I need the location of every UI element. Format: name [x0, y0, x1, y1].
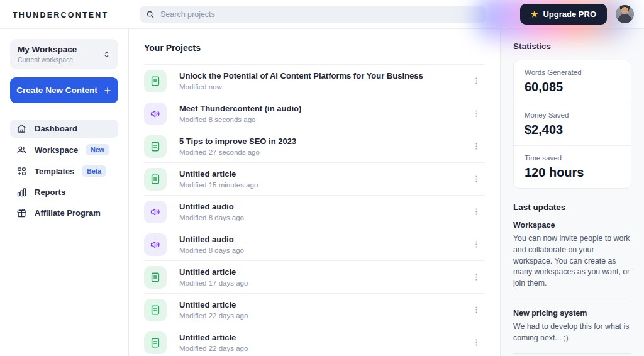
project-menu-button[interactable] — [468, 139, 485, 153]
main-content: Your Projects Unlock the Potential of AI… — [129, 29, 500, 356]
stat-value: 60,085 — [525, 80, 620, 94]
audio-speaker-icon — [150, 108, 161, 120]
upgrade-pro-button[interactable]: ★ Upgrade PRO — [520, 4, 607, 25]
article-document-icon — [150, 337, 161, 348]
project-title: 5 Tips to improve SEO in 2023 — [179, 136, 296, 146]
project-modified: Modified 8 days ago — [179, 247, 244, 254]
project-row[interactable]: Unlock the Potential of AI Content Platf… — [144, 65, 485, 97]
project-modified: Modified now — [179, 83, 423, 91]
project-menu-button[interactable] — [468, 303, 485, 317]
audio-speaker-icon — [150, 239, 161, 250]
topbar: THUNDERCONTENT ★ Upgrade PRO — [0, 0, 644, 29]
project-row[interactable]: Untitled audio Modified 8 days ago — [144, 196, 485, 228]
project-modified: Modified 17 days ago — [179, 279, 248, 287]
project-text: Unlock the Potential of AI Content Platf… — [179, 71, 423, 91]
templates-grid-icon — [16, 166, 27, 177]
updates-list: Workspace You can now invite people to w… — [513, 221, 631, 356]
project-type-icon — [144, 135, 167, 158]
stat-value: 120 hours — [525, 165, 620, 180]
update-body: We had to develop this for what is comin… — [513, 321, 631, 344]
project-modified: Modified 27 seconds ago — [179, 148, 296, 156]
bar-chart-icon — [16, 187, 27, 197]
workspace-selector-title: My Workspace — [18, 45, 77, 54]
project-menu-button[interactable] — [468, 74, 485, 88]
upgrade-pro-label: Upgrade PRO — [543, 9, 596, 19]
project-title: Untitled article — [179, 300, 248, 309]
new-badge: New — [86, 144, 109, 155]
update-title: Workspace — [513, 221, 631, 230]
update-item: New pricing system We had to develop thi… — [513, 309, 631, 354]
project-text: Untitled article Modified 22 days ago — [179, 300, 248, 320]
statistics-card: Words Generated 60,085 Money Saved $2,40… — [513, 60, 631, 189]
project-type-icon — [144, 168, 167, 191]
users-icon — [16, 145, 27, 155]
stat-label: Words Generated — [525, 69, 620, 76]
sidebar-item-affiliate-program[interactable]: Affiliate Program — [10, 204, 118, 222]
plus-icon — [103, 86, 112, 95]
article-document-icon — [150, 272, 161, 283]
project-menu-button[interactable] — [468, 270, 485, 284]
chevron-updown-icon — [103, 50, 111, 58]
gift-icon — [16, 208, 27, 218]
sidebar-nav: Dashboard Workspace New Templates Beta — [10, 120, 118, 222]
project-text: Untitled article Modified 17 days ago — [179, 267, 248, 287]
project-row[interactable]: Untitled article Modified 22 days ago — [144, 326, 485, 356]
project-row[interactable]: Untitled article Modified 15 minutes ago — [144, 163, 485, 196]
project-row[interactable]: 5 Tips to improve SEO in 2023 Modified 2… — [144, 130, 485, 163]
sidebar-item-label: Reports — [35, 187, 65, 197]
project-type-icon — [144, 266, 167, 289]
project-menu-button[interactable] — [468, 335, 485, 350]
stat-label: Money Saved — [525, 111, 620, 119]
project-type-icon — [144, 103, 167, 125]
project-modified: Modified 8 seconds ago — [179, 116, 301, 123]
project-modified: Modified 22 days ago — [179, 345, 248, 352]
right-sidebar: Statistics Words Generated 60,085 Money … — [500, 29, 644, 356]
update-body: You can now invite people to work and co… — [513, 233, 631, 289]
project-type-icon — [144, 201, 167, 223]
article-document-icon — [150, 304, 161, 316]
sidebar-item-dashboard[interactable]: Dashboard — [10, 120, 118, 138]
project-menu-button[interactable] — [468, 237, 485, 252]
sidebar-item-templates[interactable]: Templates Beta — [10, 162, 118, 181]
stat-label: Time saved — [525, 154, 620, 162]
star-icon: ★ — [531, 10, 538, 18]
project-text: Untitled article Modified 15 minutes ago — [179, 169, 258, 189]
project-menu-button[interactable] — [468, 106, 485, 121]
project-title: Untitled audio — [179, 202, 244, 211]
workspace-selector[interactable]: My Workspace Current workspace — [10, 39, 118, 69]
search-icon — [146, 10, 155, 19]
update-item: Workspace You can now invite people to w… — [513, 221, 631, 299]
project-title: Untitled article — [179, 169, 258, 179]
project-row[interactable]: Untitled article Modified 17 days ago — [144, 261, 485, 294]
create-new-content-button[interactable]: Create New Content — [10, 77, 118, 103]
workspace-selector-subtitle: Current workspace — [18, 56, 77, 64]
project-text: Untitled article Modified 22 days ago — [179, 333, 248, 352]
project-type-icon — [144, 299, 167, 321]
project-type-icon — [144, 331, 167, 354]
project-row[interactable]: Untitled audio Modified 8 days ago — [144, 228, 485, 261]
project-title: Untitled article — [179, 267, 248, 277]
project-title: Untitled audio — [179, 235, 244, 244]
project-row[interactable]: Meet Thundercontent (in audio) Modified … — [144, 97, 485, 130]
last-updates-heading: Last updates — [513, 203, 631, 212]
project-menu-button[interactable] — [468, 204, 485, 219]
project-row[interactable]: Untitled article Modified 22 days ago — [144, 294, 485, 326]
project-modified: Modified 8 days ago — [179, 214, 244, 221]
article-document-icon — [150, 75, 161, 87]
project-type-icon — [144, 70, 167, 92]
project-text: Untitled audio Modified 8 days ago — [179, 235, 244, 254]
audio-speaker-icon — [150, 206, 161, 218]
app-logo: THUNDERCONTENT — [13, 11, 108, 19]
user-avatar[interactable] — [616, 5, 634, 23]
sidebar-item-workspace[interactable]: Workspace New — [10, 140, 118, 159]
project-text: 5 Tips to improve SEO in 2023 Modified 2… — [179, 136, 296, 156]
article-document-icon — [150, 141, 161, 152]
sidebar-item-reports[interactable]: Reports — [10, 183, 118, 201]
article-document-icon — [150, 174, 161, 185]
left-sidebar: My Workspace Current workspace Create Ne… — [0, 29, 129, 356]
sidebar-item-label: Dashboard — [35, 124, 77, 133]
project-title: Meet Thundercontent (in audio) — [179, 104, 301, 113]
search-input[interactable] — [140, 6, 486, 23]
page-title: Your Projects — [144, 43, 485, 53]
project-menu-button[interactable] — [468, 172, 485, 186]
